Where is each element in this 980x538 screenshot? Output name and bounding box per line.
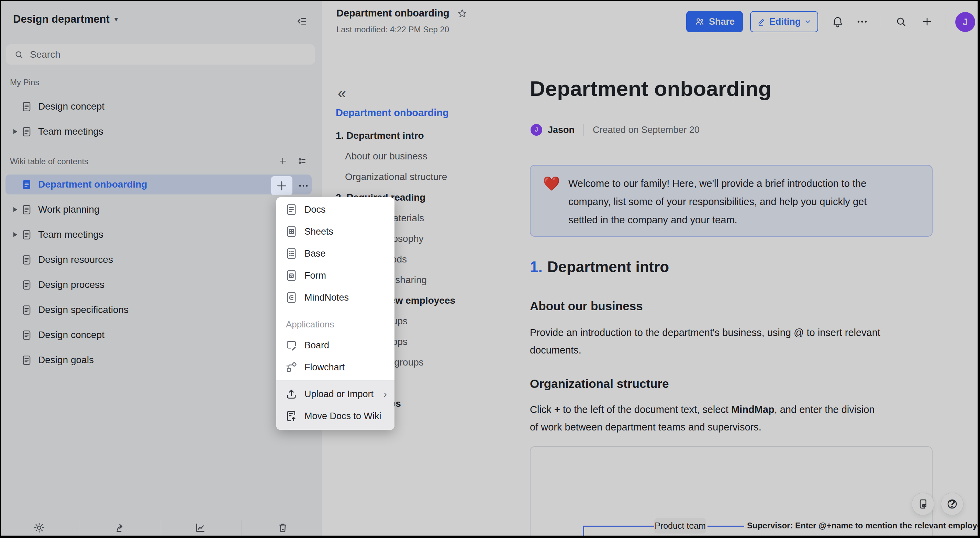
docs-icon — [285, 204, 298, 216]
sheets-icon — [285, 225, 298, 238]
menu-item-label: Upload or Import — [304, 389, 374, 400]
menu-item-label: MindNotes — [304, 292, 349, 303]
menu-item-move-docs[interactable]: Move Docs to Wiki — [276, 405, 395, 427]
menu-item-label: Docs — [304, 204, 326, 215]
board-icon — [285, 339, 298, 352]
menu-item-sheets[interactable]: Sheets — [276, 221, 395, 242]
menu-item-label: Base — [304, 248, 326, 259]
base-icon — [285, 247, 298, 260]
dim-overlay — [1, 1, 978, 536]
menu-item-board[interactable]: Board — [276, 334, 395, 356]
menu-item-base[interactable]: Base — [276, 242, 395, 264]
menu-item-mindnotes[interactable]: MindNotes — [276, 287, 395, 309]
flowchart-icon — [285, 361, 298, 373]
menu-item-docs[interactable]: Docs — [276, 199, 395, 221]
menu-item-label: Sheets — [304, 226, 333, 237]
move-docs-icon — [285, 410, 298, 422]
menu-item-upload-import[interactable]: Upload or Import › — [276, 383, 395, 405]
form-icon — [285, 269, 298, 282]
menu-item-form[interactable]: Form — [276, 264, 395, 287]
menu-item-label: Move Docs to Wiki — [304, 411, 382, 422]
menu-footer: Upload or Import › Move Docs to Wiki — [276, 380, 395, 430]
applications-section-label: Applications — [276, 314, 395, 334]
app-window: Design department ▾ My Pins Design conce… — [1, 1, 978, 536]
plus-icon — [275, 179, 288, 193]
create-menu: Docs Sheets Base Form MindNotes Applicat… — [276, 197, 395, 430]
menu-item-flowchart[interactable]: Flowchart — [276, 356, 395, 378]
upload-icon — [285, 388, 298, 400]
menu-item-label: Board — [304, 340, 329, 351]
menu-item-label: Form — [304, 271, 326, 281]
chevron-right-icon: › — [383, 388, 387, 400]
row-add-button[interactable] — [271, 176, 293, 195]
mindnotes-icon — [285, 291, 298, 304]
menu-item-label: Flowchart — [304, 362, 345, 373]
